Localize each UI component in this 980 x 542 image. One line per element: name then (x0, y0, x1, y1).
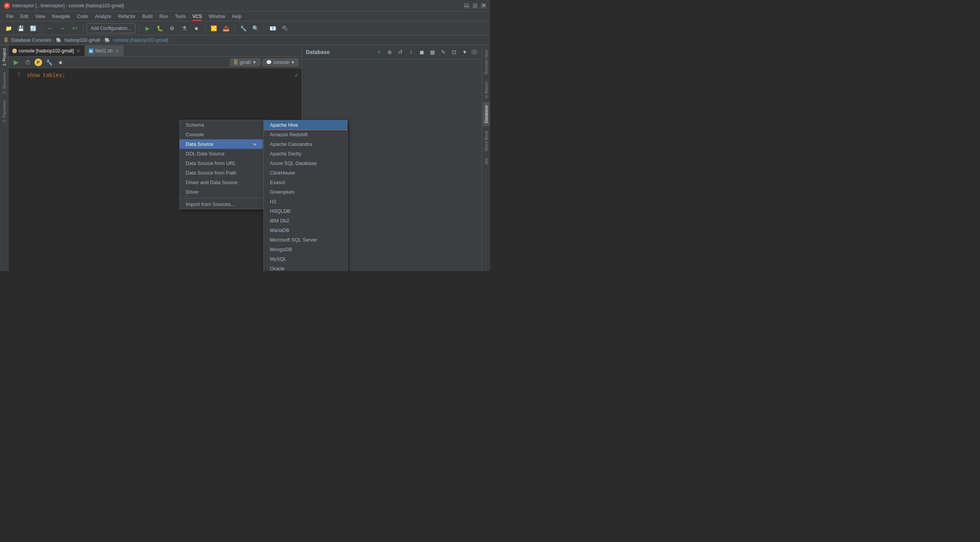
sidebar-tab-favorites[interactable]: 2: Favorites (1, 97, 8, 125)
submenu-item-mysql[interactable]: MySQL (264, 254, 347, 264)
close-button[interactable]: ✕ (481, 3, 486, 8)
db-console-button[interactable]: ⊡ (449, 47, 459, 57)
db-edit-button[interactable]: ✎ (439, 47, 448, 57)
menu-help[interactable]: Help (229, 13, 245, 20)
menu-item-import[interactable]: Import from Sources... (180, 199, 263, 209)
toolbar-commit-icon[interactable]: 📤 (220, 23, 231, 34)
side-tab-wordbook[interactable]: Word Book (483, 127, 490, 154)
menu-view[interactable]: View (32, 13, 48, 20)
toolbar-search-icon[interactable]: 🔍 (250, 23, 261, 34)
tab-file-close[interactable]: ✕ (114, 49, 119, 54)
menu-item-driver[interactable]: Driver (180, 187, 263, 197)
side-tab-database[interactable]: Database (483, 102, 490, 126)
toolbar-profile-icon[interactable]: ⚗ (179, 23, 189, 34)
side-tab-remote-host[interactable]: Remote Host (483, 47, 490, 77)
submenu-item-exasol[interactable]: Exasol (264, 178, 347, 187)
submenu-item-apache-derby[interactable]: Apache Derby (264, 149, 347, 158)
db-refresh-button[interactable]: ↺ (396, 47, 405, 57)
submenu-item-amazon-redshift[interactable]: Amazon Redshift (264, 130, 347, 139)
menu-item-ddl[interactable]: DDL Data Source (180, 149, 263, 158)
menu-build[interactable]: Build (139, 13, 156, 20)
submenu-item-clickhouse[interactable]: ClickHouse (264, 168, 347, 178)
toolbar-bug-icon[interactable]: 🐛 (154, 23, 165, 34)
stop-button[interactable]: ■ (56, 58, 65, 67)
toolbar-plug-icon[interactable]: 🔌 (279, 23, 290, 34)
submenu-item-apache-hive[interactable]: Apache Hive (263, 120, 348, 130)
toolbar-coverage-icon[interactable]: ⚙ (167, 23, 177, 34)
submenu-item-ibm-db2[interactable]: IBM Db2 (264, 216, 347, 225)
toolbar-undo-icon[interactable]: ↩ (69, 23, 80, 34)
side-tab-ant[interactable]: Ant (483, 155, 490, 168)
menu-item-console-label: Console (186, 132, 204, 137)
toolbar-save-icon[interactable]: 💾 (15, 23, 26, 34)
console-selector[interactable]: 💬 console ▼ (263, 59, 299, 66)
menu-item-datasource[interactable]: Data Source ▶ (180, 139, 263, 149)
toolbar-back-icon[interactable]: ← (45, 23, 56, 34)
profile-button[interactable]: P (34, 59, 42, 66)
menu-refactor[interactable]: Refactor (115, 13, 139, 20)
menu-file[interactable]: File (3, 13, 16, 20)
submenu-item-mariadb[interactable]: MariaDB (264, 225, 347, 235)
submenu-item-apache-cassandra[interactable]: Apache Cassandra (264, 139, 347, 149)
breadcrumb-db-icon: 🗄 (4, 38, 8, 43)
submenu-item-hsqldb[interactable]: HSQLDB (264, 206, 347, 216)
tab-console[interactable]: 🐘 console [hadoop102-gmall] ✕ (8, 46, 85, 56)
submenu-item-greenplum[interactable]: Greenplum (264, 187, 347, 197)
menu-item-schema[interactable]: Schema (180, 120, 263, 130)
db-add-datasource-button[interactable]: ⊕ (385, 47, 394, 57)
connection-dropdown-icon: ▼ (252, 60, 257, 65)
menu-item-datasource-path-label: Data Source from Path (186, 170, 236, 176)
toolbar-stop-icon[interactable]: ■ (191, 23, 202, 34)
connection-label: gmall (240, 60, 251, 65)
menu-window[interactable]: Window (206, 13, 228, 20)
menu-item-datasource-url[interactable]: Data Source from URL (180, 158, 263, 168)
toolbar-forward-icon[interactable]: → (57, 23, 68, 34)
minimize-button[interactable]: — (464, 3, 469, 8)
tab-file01[interactable]: ▶ file01.sh ✕ (85, 46, 124, 56)
db-stop-button[interactable]: ◼ (417, 47, 426, 57)
menu-code[interactable]: Code (74, 13, 91, 20)
editor-toolbar-left: ▶ ⏱ P 🔧 ■ (11, 58, 65, 67)
title-bar-controls: — □ ✕ (464, 3, 486, 8)
context-menu[interactable]: Schema Console Data Source ▶ DDL Data So… (179, 120, 263, 209)
menu-navigate[interactable]: Navigate (49, 13, 73, 20)
menu-edit[interactable]: Edit (17, 13, 31, 20)
submenu-item-mongodb[interactable]: MongoDB (264, 245, 347, 254)
tab-bar: 🐘 console [hadoop102-gmall] ✕ ▶ file01.s… (8, 45, 302, 57)
breadcrumb-hadoop[interactable]: 🐘 hadoop102-gmall (56, 38, 100, 43)
menu-tools[interactable]: Tools (172, 13, 189, 20)
sidebar-tab-project[interactable]: 1: Project (1, 45, 8, 69)
menu-item-datasource-path[interactable]: Data Source from Path (180, 168, 263, 178)
breadcrumb-database-consoles[interactable]: 🗄 Database Consoles (4, 38, 51, 43)
toolbar-vcs-icon[interactable]: 🔀 (208, 23, 219, 34)
menu-item-driver-datasource[interactable]: Driver and Data Source (180, 178, 263, 187)
add-configuration-button[interactable]: Add Configuration... (87, 23, 136, 33)
maximize-button[interactable]: □ (472, 3, 478, 8)
menu-vcs[interactable]: VCS (189, 13, 205, 20)
toolbar-sync-icon[interactable]: 🔄 (28, 23, 38, 34)
toolbar-mail-icon[interactable]: 📧 (267, 23, 278, 34)
submenu-item-h2[interactable]: H2 (264, 197, 347, 206)
submenu-item-microsoft-sql-server[interactable]: Microsoft SQL Server (264, 235, 347, 245)
db-add-button[interactable]: + (374, 47, 384, 57)
db-table-button[interactable]: ▦ (428, 47, 437, 57)
db-sort-button[interactable]: ↕ (407, 47, 416, 57)
menu-item-console[interactable]: Console (180, 130, 263, 139)
toolbar-settings-icon[interactable]: 🔧 (238, 23, 248, 34)
side-tab-maven[interactable]: m Maven (483, 78, 490, 101)
connection-selector[interactable]: 🗄 gmall ▼ (230, 59, 260, 66)
tab-console-close[interactable]: ✕ (76, 49, 81, 54)
toolbar-play-icon[interactable]: ▶ (142, 23, 153, 34)
menu-run[interactable]: Run (157, 13, 171, 20)
menu-analyze[interactable]: Analyze (92, 13, 114, 20)
datasource-submenu[interactable]: Apache Hive Amazon Redshift Apache Cassa… (263, 120, 348, 271)
wrench-button[interactable]: 🔧 (44, 58, 54, 67)
toolbar-folder-icon[interactable]: 📁 (3, 23, 14, 34)
sidebar-tab-structure[interactable]: Z: Structure (1, 69, 8, 97)
datasource-arrow-icon: ▶ (254, 142, 257, 146)
submenu-item-azure-sql[interactable]: Azure SQL Database (264, 158, 347, 168)
run-query-button[interactable]: ▶ (11, 58, 21, 67)
history-button[interactable]: ⏱ (23, 58, 32, 67)
db-filter-button[interactable]: ▼ (460, 47, 469, 57)
submenu-item-oracle[interactable]: Oracle (264, 264, 347, 271)
